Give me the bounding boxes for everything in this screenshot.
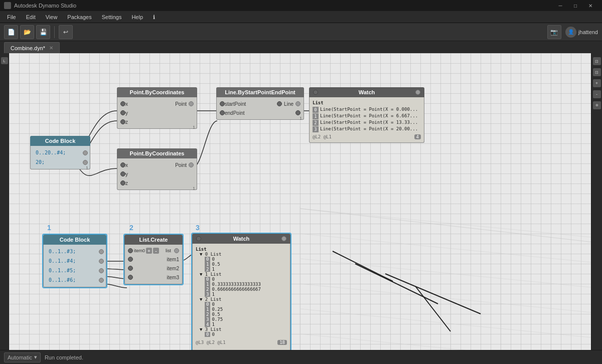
b-out-port-2[interactable] [99,259,104,264]
line-out-port[interactable] [295,101,300,106]
item0-port[interactable] [128,248,133,253]
point2-row-y: y [117,169,197,178]
watch-b-out-port[interactable] [281,236,286,241]
minimize-button[interactable]: ─ [553,0,568,11]
b-out-port-3[interactable] [99,268,104,273]
menu-settings[interactable]: Settings [97,11,127,23]
menu-info[interactable]: ℹ [148,11,160,23]
run-mode-dropdown[interactable]: Automatic ▾ [4,352,41,362]
line-row-end: endPoint [217,108,304,117]
menu-view[interactable]: View [41,11,63,23]
item1-port[interactable] [128,257,133,262]
menu-edit[interactable]: Edit [21,11,41,23]
screenshot-button[interactable]: 📷 [547,25,561,39]
tab-close-button[interactable]: ✕ [49,45,53,51]
list-output-label: list [166,248,171,253]
list-remove-btn[interactable]: - [153,248,159,254]
wb-3-list: ▼ 3 List [200,327,287,332]
watch-out-port[interactable] [415,90,420,95]
z-label: z [125,119,128,125]
p2-y-port[interactable] [120,171,125,176]
tab-label: Combine.dyn* [11,45,45,51]
list-create-controls: item0 + - list [125,247,182,255]
open-button[interactable]: 📂 [20,25,34,39]
wb-2-0: 00 [205,302,287,307]
zoom-fit2-btn[interactable]: ⊡ [593,68,601,76]
zoom-out-btn[interactable]: - [593,90,601,98]
statusbar: Automatic ▾ Run completed. [0,350,602,364]
wb-3-0: 00 [205,332,287,337]
watch-bottom-header: Watch [192,234,290,244]
wb-1-2: 20.6666666666666667 [205,287,287,292]
out-port-2[interactable] [83,160,88,165]
watch-item-2: 2 Line(StartPoint = Point(X = 13.33... [313,120,421,126]
watch-top-header: Watch [309,87,424,97]
status-message: Run completed. [45,354,83,360]
point1-node: Point.ByCoordinates x Point y z [117,87,197,129]
sidebar-library-icon[interactable]: L [1,57,8,64]
point-out-port[interactable] [189,101,194,106]
y-port[interactable] [120,110,125,115]
watch-b-in-port[interactable] [196,236,201,241]
watch-text-1: Line(StartPoint = Point(X = 6.667... [320,113,418,118]
canvas[interactable]: Code Block 0..20..#4; 20; 1 Point.ByCoor… [9,53,591,350]
node-number-2: 2 [129,224,133,232]
item3-port[interactable] [128,275,133,280]
watch-top-footer: @L2 @L1 4 [313,134,421,139]
line-body: startPoint Line endPoint 1 [216,97,304,120]
close-button[interactable]: ✕ [583,0,598,11]
new-button[interactable]: 📄 [4,25,18,39]
tab-combine[interactable]: Combine.dyn* ✕ [4,42,60,53]
menubar: File Edit View Packages Settings Help ℹ [0,11,602,23]
list-out-port[interactable] [174,248,179,253]
out-port-1[interactable] [83,150,88,155]
z-port[interactable] [120,119,125,124]
code-block-bottom-header: Code Block [43,235,106,245]
user-avatar: 👤 [565,27,576,38]
p2-z-port[interactable] [120,180,125,186]
menu-help[interactable]: Help [126,11,148,23]
zoom-fit-btn[interactable]: ⊡ [593,57,601,65]
b-out-port-4[interactable] [99,278,104,283]
code-block-top-header: Code Block [30,136,90,146]
wb-2-2: 20.5 [205,312,287,317]
end-right-port[interactable] [295,110,300,115]
item0-label: item0 [134,248,145,253]
watch-item-3: 3 Line(StartPoint = Point(X = 20.00... [313,126,421,132]
b-out-port-1[interactable] [99,249,104,254]
svg-line-0 [300,209,591,239]
restore-button[interactable]: □ [568,0,583,11]
watch-bottom-count: 18 [277,340,287,345]
item2-port[interactable] [128,266,133,271]
watch-bottom-node: Watch List ▼ 0 List 00 10.5 21 ▼ 1 List … [191,233,291,350]
app-title: Autodesk Dynamo Studio [14,3,76,9]
list-create-node: List.Create item0 + - list item1 [123,234,184,285]
svg-line-2 [300,259,591,289]
point1-row-x: x Point [117,99,197,108]
menu-file[interactable]: File [2,11,21,23]
wb-2-list: ▼ 2 List [200,297,287,302]
list-add-btn[interactable]: + [146,248,152,254]
zoom-reset-btn[interactable]: ⊕ [593,101,601,109]
p2-x-label: x [125,162,128,168]
watch-bottom-footer: @L3 @L2 @L1 18 [196,340,287,345]
index-3: 3 [313,126,319,132]
watch-item-0: 0 Line(StartPoint = Point(X = 0.000... [313,107,421,113]
watch-in-port[interactable] [313,90,318,95]
save-button[interactable]: 💾 [36,25,50,39]
start-right-port[interactable] [277,101,282,106]
end-port[interactable] [220,110,225,115]
p2-z-label: z [125,180,128,186]
p2-out-port[interactable] [189,162,194,167]
wb-0-1: 10.5 [205,262,287,267]
undo-button[interactable]: ↩ [59,25,73,39]
zoom-in-btn[interactable]: + [593,79,601,87]
x-port[interactable] [120,101,125,106]
start-port[interactable] [220,101,225,106]
menu-packages[interactable]: Packages [62,11,96,23]
p2-x-port[interactable] [120,162,125,167]
watch-text-0: Line(StartPoint = Point(X = 0.000... [320,107,418,112]
line-header: Line.ByStartPointEndPoint [216,87,304,97]
wb-1-3: 31 [205,292,287,297]
watch-top-count: 4 [414,134,421,139]
